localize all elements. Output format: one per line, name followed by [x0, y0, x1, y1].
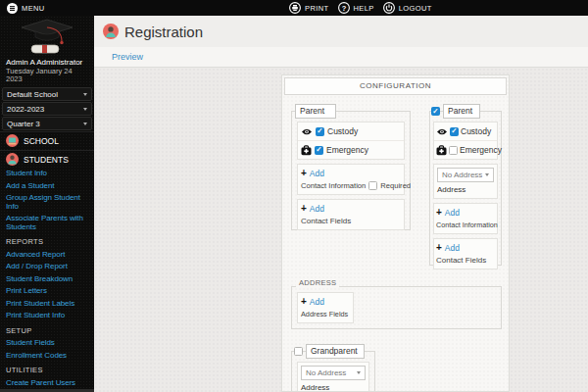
- custody-label: Custody: [461, 126, 491, 136]
- term-select-value: Quarter 3: [7, 120, 40, 128]
- tab-preview[interactable]: Preview: [112, 52, 143, 62]
- year-select-value: 2022-2023: [7, 105, 44, 114]
- parent-right-legend-label[interactable]: Parent: [443, 104, 480, 119]
- sidebar-item-student-info[interactable]: Student Info: [0, 168, 94, 180]
- custody-row: ✓ Custody: [434, 122, 497, 140]
- plus-icon: +: [301, 205, 307, 213]
- contact-fields-label: Contact Fields: [436, 256, 486, 265]
- chevron-down-icon: [83, 108, 87, 111]
- contact-fields-box: + Add Contact Fields: [433, 238, 498, 270]
- plus-icon: +: [436, 244, 442, 252]
- grandparent-fieldset: ✓ Grandparent No Address Address: [291, 351, 375, 392]
- term-select[interactable]: Quarter 3: [2, 117, 92, 130]
- address-select[interactable]: No Address: [437, 168, 494, 182]
- sidebar-item-school[interactable]: SCHOOL: [0, 131, 94, 149]
- custody-label: Custody: [327, 126, 358, 136]
- parent-left-legend-label[interactable]: Parent: [295, 104, 336, 119]
- first-aid-kit-icon: [436, 145, 447, 156]
- emergency-label: Emergency: [460, 145, 502, 155]
- address-select-box: No Address Address: [433, 164, 498, 199]
- parent-left-legend: Parent: [295, 104, 336, 119]
- year-select[interactable]: 2022-2023: [2, 102, 92, 116]
- sidebar-item-print-student-info[interactable]: Print Student Info: [0, 310, 94, 322]
- sidebar-header-label: STUDENTS: [24, 155, 69, 165]
- grandparent-legend: ✓ Grandparent: [294, 344, 365, 359]
- sidebar-section-reports: REPORTS: [0, 233, 94, 249]
- add-contact-fields-button[interactable]: + Add: [434, 239, 497, 254]
- parent-enabled-checkbox[interactable]: ✓: [431, 107, 440, 116]
- add-link-label: Add: [310, 204, 324, 214]
- chevron-down-icon: [83, 122, 87, 125]
- sidebar-item-students[interactable]: STUDENTS: [0, 150, 94, 168]
- grandparent-enabled-checkbox[interactable]: ✓: [294, 347, 303, 356]
- registration-page-icon: [103, 24, 119, 39]
- sidebar-item-student-breakdown[interactable]: Student Breakdown: [0, 273, 94, 286]
- parent-right-legend: ✓ Parent: [431, 104, 480, 119]
- emergency-label: Emergency: [326, 145, 368, 155]
- sidebar-item-enrollment-codes[interactable]: Enrollment Codes: [0, 350, 94, 363]
- contact-fields-box: + Add Contact Fields: [297, 199, 405, 230]
- help-button[interactable]: ? HELP: [338, 2, 374, 14]
- add-contact-information-button[interactable]: + Add: [434, 204, 497, 219]
- sidebar-header-label: SCHOOL: [24, 136, 59, 146]
- address-fields-box: + Add Address Fields: [297, 292, 354, 323]
- custody-checkbox[interactable]: ✓: [450, 127, 459, 136]
- graduation-cap-logo-icon: [0, 16, 94, 56]
- eye-icon: [436, 127, 448, 136]
- sidebar-item-associate-parents[interactable]: Associate Parents with Students: [0, 213, 94, 233]
- sidebar-item-print-letters[interactable]: Print Letters: [0, 285, 94, 298]
- school-select-value: Default School: [7, 90, 58, 99]
- school-select[interactable]: Default School: [2, 87, 92, 101]
- address-select-value: No Address: [306, 368, 346, 377]
- sidebar-section-utilities: UTILITIES: [0, 362, 94, 377]
- sidebar-item-student-fields[interactable]: Student Fields: [0, 337, 94, 350]
- chevron-down-icon: [357, 371, 361, 374]
- contact-information-label: Contact Information: [436, 220, 498, 229]
- tab-bar: Preview: [94, 47, 588, 68]
- configuration-panel-title: CONFIGURATION: [284, 77, 507, 95]
- parent-right-fieldset: ✓ Parent ✓ Custody ✓ Emergency: [429, 111, 502, 266]
- sidebar-item-group-assign-student-info[interactable]: Group Assign Student Info: [0, 192, 94, 213]
- plus-icon: +: [301, 298, 307, 306]
- address-label: Address: [298, 383, 368, 392]
- user-name: Admin A Administrator: [0, 56, 94, 67]
- sidebar-item-advanced-report[interactable]: Advanced Report: [0, 249, 94, 262]
- grandparent-legend-label[interactable]: Grandparent: [306, 344, 365, 359]
- custody-checkbox[interactable]: ✓: [316, 127, 324, 136]
- menu-button[interactable]: MENU: [7, 0, 45, 16]
- add-contact-fields-button[interactable]: + Add: [298, 200, 404, 215]
- add-link-label: Add: [445, 243, 460, 253]
- contact-fields-label: Contact Fields: [301, 217, 351, 225]
- grandparent-address-select[interactable]: No Address: [301, 366, 366, 380]
- parent-right-permissions-box: ✓ Custody ✓ Emergency: [433, 122, 498, 160]
- contact-fields-row: Contact Fields: [298, 215, 404, 229]
- add-contact-information-button[interactable]: + Add: [298, 165, 404, 179]
- page-header: Registration: [94, 16, 588, 47]
- school-icon: [6, 134, 19, 147]
- sidebar-item-add-drop-report[interactable]: Add / Drop Report: [0, 261, 94, 273]
- configuration-panel: CONFIGURATION Parent ✓ Custody ✓: [281, 74, 510, 392]
- parent-left-fieldset: Parent ✓ Custody ✓ Emergency: [291, 111, 411, 230]
- custody-row: ✓ Custody: [298, 122, 404, 140]
- emergency-row: ✓ Emergency: [434, 140, 497, 159]
- sidebar-item-print-student-labels[interactable]: Print Student Labels: [0, 298, 94, 311]
- logout-button[interactable]: LOGOUT: [383, 2, 432, 14]
- emergency-checkbox[interactable]: ✓: [315, 146, 323, 155]
- app-window: MENU PRINT ? HELP LOGOUT: [0, 0, 588, 392]
- topbar-actions: PRINT ? HELP LOGOUT: [289, 0, 432, 16]
- add-address-fields-button[interactable]: + Add: [298, 293, 353, 308]
- current-date: Tuesday January 24 2023: [0, 67, 94, 87]
- sidebar: Admin A Administrator Tuesday January 24…: [0, 16, 94, 392]
- emergency-checkbox[interactable]: ✓: [449, 146, 458, 155]
- hamburger-menu-icon: [7, 3, 18, 14]
- sidebar-item-add-a-student[interactable]: Add a Student: [0, 180, 94, 193]
- plus-icon: +: [301, 170, 307, 177]
- address-fields-row: Address Fields: [298, 308, 353, 322]
- contact-information-box: + Add Contact Information: [433, 203, 498, 234]
- logout-label: LOGOUT: [399, 4, 432, 13]
- required-checkbox[interactable]: ✓: [368, 181, 377, 190]
- contact-information-row: Contact Information ✓ Required: [298, 179, 404, 194]
- sidebar-item-create-parent-users[interactable]: Create Parent Users: [0, 377, 94, 390]
- first-aid-kit-icon: [301, 145, 312, 156]
- print-button[interactable]: PRINT: [289, 2, 329, 14]
